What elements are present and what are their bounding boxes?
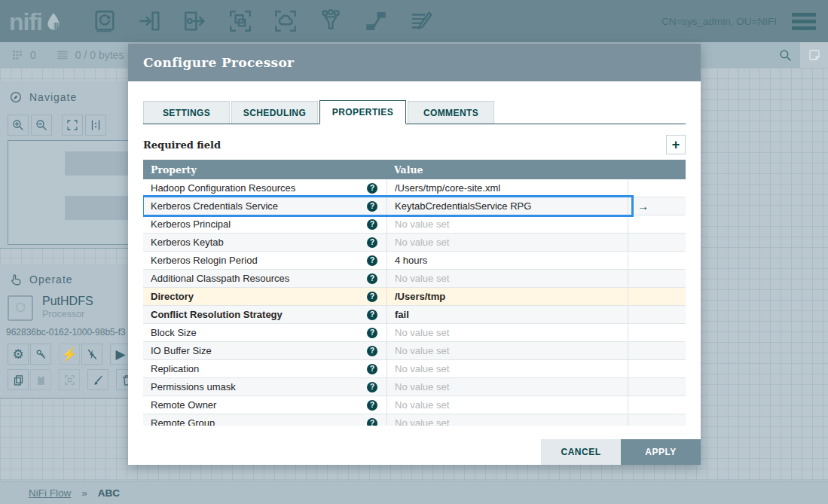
property-extra-cell <box>628 342 686 359</box>
operate-header: Operate <box>0 264 128 286</box>
enable-button[interactable]: ⚡ <box>59 344 80 365</box>
property-value-cell[interactable]: fail <box>387 306 628 323</box>
process-group-icon[interactable] <box>228 8 253 34</box>
property-row[interactable]: Kerberos Credentials Service?KeytabCrede… <box>143 197 686 215</box>
remote-process-group-icon[interactable] <box>273 8 298 34</box>
search-button[interactable] <box>770 42 800 68</box>
help-icon[interactable]: ? <box>367 273 377 284</box>
output-port-icon[interactable] <box>182 8 208 34</box>
copy-icon <box>12 374 25 386</box>
property-row[interactable]: Kerberos Relogin Period?4 hours <box>143 252 686 270</box>
property-value-cell[interactable]: No value set <box>387 324 628 341</box>
birdseye-minimap[interactable] <box>8 140 128 245</box>
help-icon[interactable]: ? <box>367 400 377 411</box>
processor-icon[interactable] <box>92 8 118 34</box>
fill-color-button[interactable] <box>87 369 108 390</box>
property-extra-cell <box>628 215 686 233</box>
configure-button[interactable]: ⚙ <box>8 344 29 365</box>
property-value-cell[interactable]: No value set <box>387 378 628 396</box>
help-icon[interactable]: ? <box>367 418 377 426</box>
property-row[interactable]: Permissions umask?No value set <box>143 378 686 396</box>
tab-comments[interactable]: COMMENTS <box>408 101 494 124</box>
active-threads-count: 0 <box>30 49 36 61</box>
breadcrumb-root-link[interactable]: NiFi Flow <box>29 487 71 499</box>
help-icon[interactable]: ? <box>367 310 377 320</box>
property-name-cell: Directory? <box>143 288 387 305</box>
required-field-label: Required field <box>143 139 221 151</box>
property-row[interactable]: IO Buffer Size?No value set <box>143 342 686 360</box>
group-button[interactable] <box>59 369 80 390</box>
property-value-cell[interactable]: KeytabCredentialsService RPG <box>387 197 628 215</box>
properties-table-body: Hadoop Configuration Resources?/Users/tm… <box>143 179 686 426</box>
property-value-cell[interactable]: No value set <box>387 414 628 426</box>
property-row[interactable]: Hadoop Configuration Resources?/Users/tm… <box>143 179 686 197</box>
help-icon[interactable]: ? <box>367 201 377 212</box>
goto-service-icon[interactable]: → <box>637 200 649 212</box>
property-value-cell[interactable]: No value set <box>387 215 628 233</box>
help-icon[interactable]: ? <box>367 292 377 302</box>
new-property-button[interactable]: + <box>666 135 686 154</box>
property-row[interactable]: Remote Group?No value set <box>143 414 686 426</box>
property-row[interactable]: Block Size?No value set <box>143 324 686 342</box>
property-value-cell[interactable]: No value set <box>387 234 628 251</box>
property-value-cell[interactable]: /Users/tmp <box>387 288 628 305</box>
property-row[interactable]: Additional Classpath Resources?No value … <box>143 270 686 288</box>
access-policies-button[interactable] <box>30 344 51 365</box>
property-row[interactable]: Kerberos Principal?No value set <box>143 215 686 234</box>
label-icon[interactable] <box>408 8 434 34</box>
global-menu-icon[interactable] <box>792 13 816 30</box>
zoom-fit-button[interactable] <box>62 115 83 136</box>
breadcrumb: NiFi Flow » ABC <box>0 481 828 504</box>
bulletin-board-button[interactable] <box>800 42 828 68</box>
property-row[interactable]: Remote Owner?No value set <box>143 396 686 414</box>
zoom-fit-icon <box>66 118 79 132</box>
navigate-header: Navigate <box>0 81 128 104</box>
tab-settings[interactable]: SETTINGS <box>143 101 230 124</box>
copy-button[interactable] <box>8 369 29 390</box>
dialog-tabbar: SETTINGSSCHEDULINGPROPERTIESCOMMENTS <box>143 100 686 124</box>
property-row[interactable]: Replication?No value set <box>143 360 686 378</box>
current-user: CN=sys_admin, OU=NIFI <box>661 16 777 27</box>
zoom-out-button[interactable] <box>31 115 52 136</box>
property-name-cell: Replication? <box>143 360 387 377</box>
paste-button[interactable] <box>30 369 51 390</box>
help-icon[interactable]: ? <box>367 183 377 194</box>
processor-type-icon <box>8 295 33 321</box>
property-value-cell[interactable]: /Users/tmp/core-site.xml <box>387 179 628 197</box>
property-row[interactable]: Directory?/Users/tmp <box>143 288 686 306</box>
apply-button[interactable]: APPLY <box>621 439 701 465</box>
group-icon <box>63 374 76 386</box>
property-value-cell[interactable]: No value set <box>387 270 628 287</box>
property-value-cell[interactable]: 4 hours <box>387 252 628 269</box>
property-value-cell[interactable]: No value set <box>387 360 628 377</box>
input-port-icon[interactable] <box>137 8 163 34</box>
tab-scheduling[interactable]: SCHEDULING <box>231 101 318 124</box>
property-name-cell: Remote Group? <box>143 414 387 426</box>
nifi-logo: nifi <box>9 10 63 32</box>
column-header-value: Value <box>387 164 628 176</box>
property-extra-cell: → <box>628 197 686 215</box>
start-button[interactable]: ▶ <box>110 344 128 365</box>
property-value-cell[interactable]: No value set <box>387 342 628 359</box>
zoom-in-button[interactable] <box>8 115 29 136</box>
funnel-icon[interactable] <box>318 8 344 34</box>
help-icon[interactable]: ? <box>367 382 377 393</box>
nifi-logo-text: nifi <box>9 12 42 32</box>
help-icon[interactable]: ? <box>367 255 377 266</box>
help-icon[interactable]: ? <box>367 346 377 356</box>
actual-size-icon <box>89 118 102 132</box>
template-icon[interactable] <box>363 8 389 34</box>
disable-button[interactable] <box>81 344 102 365</box>
zoom-actual-size-button[interactable] <box>85 115 106 136</box>
help-icon[interactable]: ? <box>367 219 377 230</box>
help-icon[interactable]: ? <box>367 364 377 374</box>
property-row[interactable]: Conflict Resolution Strategy?fail <box>143 306 686 324</box>
cancel-button[interactable]: CANCEL <box>541 439 621 465</box>
help-icon[interactable]: ? <box>367 328 377 338</box>
delete-button[interactable] <box>116 369 128 390</box>
property-value-cell[interactable]: No value set <box>387 396 628 414</box>
tab-properties[interactable]: PROPERTIES <box>319 100 406 124</box>
help-icon[interactable]: ? <box>367 237 377 248</box>
property-name-cell: Hadoop Configuration Resources? <box>143 179 387 197</box>
property-row[interactable]: Kerberos Keytab?No value set <box>143 234 686 252</box>
